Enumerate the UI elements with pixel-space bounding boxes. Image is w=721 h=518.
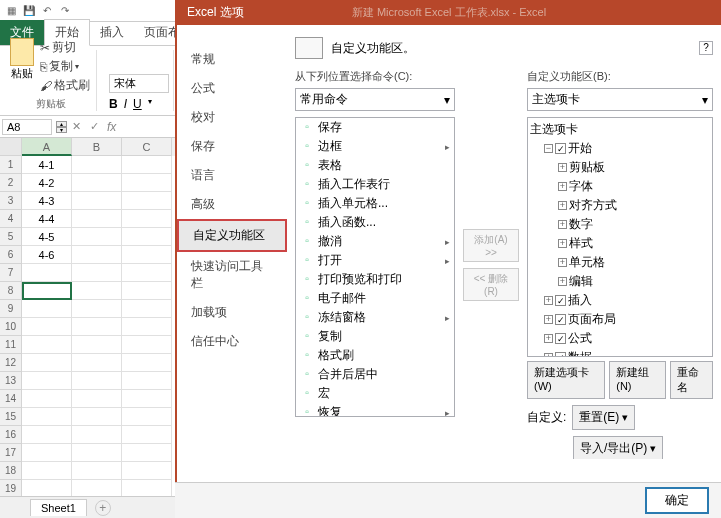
command-list[interactable]: ▫保存▫边框▸▫表格▫插入工作表行▫插入单元格...▫插入函数...▫撤消▸▫打… [295,117,455,417]
cell[interactable] [122,210,172,228]
rename-button[interactable]: 重命名 [670,361,713,399]
cell[interactable] [72,192,122,210]
nav-item[interactable]: 语言 [177,161,287,190]
nav-item[interactable]: 校对 [177,103,287,132]
cell[interactable] [122,228,172,246]
row-header[interactable]: 5 [0,228,22,246]
ok-button[interactable]: 确定 [645,487,709,514]
row-header[interactable]: 16 [0,426,22,444]
toggle-icon[interactable]: + [544,315,553,324]
cell[interactable] [122,408,172,426]
font-name-combo[interactable]: 宋体 [109,74,169,93]
row-header[interactable]: 9 [0,300,22,318]
row-header[interactable]: 10 [0,318,22,336]
row-header[interactable]: 18 [0,462,22,480]
format-painter-button[interactable]: 🖌格式刷 [38,76,92,95]
toggle-icon[interactable]: + [558,201,567,210]
tree-node[interactable]: +数字 [530,215,710,234]
add-button[interactable]: 添加(A) >> [463,229,519,262]
command-item[interactable]: ▫打开▸ [296,251,454,270]
cell[interactable] [72,426,122,444]
select-all-corner[interactable] [0,138,22,156]
cell[interactable] [72,300,122,318]
cancel-icon[interactable]: ✕ [67,120,85,133]
cell[interactable] [22,408,72,426]
tree-node[interactable]: +字体 [530,177,710,196]
namebox-spinner[interactable]: ▴▾ [56,121,67,133]
copy-button[interactable]: ⎘复制▾ [38,57,92,76]
row-header[interactable]: 6 [0,246,22,264]
row-header[interactable]: 15 [0,408,22,426]
bold-button[interactable]: B [109,97,118,111]
cell[interactable] [122,318,172,336]
row-header[interactable]: 7 [0,264,22,282]
nav-item[interactable]: 加载项 [177,298,287,327]
cell[interactable]: 4-6 [22,246,72,264]
command-item[interactable]: ▫表格 [296,156,454,175]
row-header[interactable]: 17 [0,444,22,462]
sheet-tab-1[interactable]: Sheet1 [30,499,87,516]
command-item[interactable]: ▫恢复▸ [296,403,454,417]
command-item[interactable]: ▫撤消▸ [296,232,454,251]
cell[interactable] [22,444,72,462]
cell[interactable] [122,300,172,318]
toggle-icon[interactable]: + [558,182,567,191]
italic-button[interactable]: I [124,97,127,111]
row-header[interactable]: 11 [0,336,22,354]
cell[interactable] [72,408,122,426]
row-header[interactable]: 2 [0,174,22,192]
redo-icon[interactable]: ↷ [58,4,72,18]
nav-item[interactable]: 保存 [177,132,287,161]
cell[interactable] [72,354,122,372]
cell[interactable] [22,282,72,300]
cell[interactable] [122,192,172,210]
command-item[interactable]: ▫插入工作表行 [296,175,454,194]
cell[interactable] [72,264,122,282]
cell[interactable] [122,372,172,390]
tree-node[interactable]: +单元格 [530,253,710,272]
cell[interactable] [72,174,122,192]
cell[interactable]: 4-5 [22,228,72,246]
toggle-icon[interactable]: + [544,334,553,343]
cell[interactable] [22,426,72,444]
command-item[interactable]: ▫电子邮件 [296,289,454,308]
cell[interactable] [72,210,122,228]
tree-node[interactable]: +✓公式 [530,329,710,348]
cell[interactable] [22,354,72,372]
command-item[interactable]: ▫合并后居中 [296,365,454,384]
command-item[interactable]: ▫插入函数... [296,213,454,232]
ribbon-tree[interactable]: 主选项卡−✓开始+剪贴板+字体+对齐方式+数字+样式+单元格+编辑+✓插入+✓页… [527,117,713,357]
nav-item[interactable]: 公式 [177,74,287,103]
cell[interactable]: 4-2 [22,174,72,192]
cell[interactable] [22,264,72,282]
cell[interactable] [122,264,172,282]
cell[interactable] [72,282,122,300]
tree-node[interactable]: +剪贴板 [530,158,710,177]
col-header-b[interactable]: B [72,138,122,156]
row-header[interactable]: 8 [0,282,22,300]
cell[interactable] [122,336,172,354]
checkbox[interactable]: ✓ [555,352,566,357]
cell[interactable] [72,372,122,390]
new-sheet-button[interactable]: + [95,500,111,516]
nav-item[interactable]: 常规 [177,45,287,74]
toggle-icon[interactable]: + [558,220,567,229]
cell[interactable] [122,354,172,372]
tree-node[interactable]: 主选项卡 [530,120,710,139]
cell[interactable] [122,390,172,408]
cell[interactable] [72,228,122,246]
checkbox[interactable]: ✓ [555,333,566,344]
tree-node[interactable]: −✓开始 [530,139,710,158]
tree-node[interactable]: +✓页面布局 [530,310,710,329]
reset-dropdown[interactable]: 重置(E) ▾ [572,405,635,430]
paste-icon[interactable] [10,38,34,66]
cell[interactable] [22,336,72,354]
toggle-icon[interactable]: − [544,144,553,153]
command-item[interactable]: ▫复制 [296,327,454,346]
cell[interactable] [122,426,172,444]
cell[interactable] [122,282,172,300]
command-item[interactable]: ▫插入单元格... [296,194,454,213]
cell[interactable] [72,462,122,480]
command-item[interactable]: ▫格式刷 [296,346,454,365]
cell[interactable] [22,300,72,318]
